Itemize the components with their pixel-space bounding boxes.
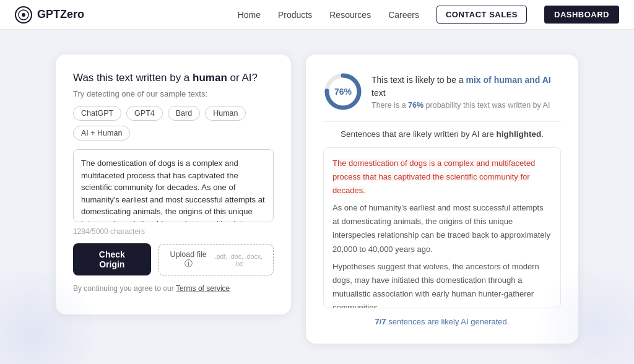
result-footer: 7/7 sentences are likely AI generated.	[323, 317, 561, 326]
chip-gpt4[interactable]: GPT4	[126, 106, 163, 121]
card-title: Was this text written by a human or AI?	[73, 72, 274, 84]
terms-link[interactable]: Terms of service	[176, 284, 230, 293]
divider	[323, 121, 561, 122]
logo-icon	[15, 6, 32, 24]
title-prefix: Was this text written by a	[73, 72, 193, 84]
sentence-label: Sentences that are likely written by AI …	[323, 129, 561, 139]
result-card: 76% This text is likely to be a mix of h…	[306, 54, 578, 344]
mix-highlight: mix of human and AI	[466, 75, 551, 85]
highlighted-text-block[interactable]: The domestication of dogs is a complex a…	[323, 147, 561, 308]
donut-label: 76%	[334, 87, 352, 97]
text-input[interactable]	[73, 149, 274, 222]
sentence: The domestication of dogs is a complex a…	[332, 157, 552, 197]
logo-text: GPTZero	[37, 8, 84, 21]
navbar: GPTZero Home Products Resources Careers …	[0, 0, 634, 30]
chip-ai-human[interactable]: AI + Human	[73, 126, 130, 141]
chip-bard[interactable]: Bard	[168, 106, 200, 121]
result-sub-text: There is a 76% probability this text was…	[371, 101, 561, 110]
upload-file-button[interactable]: Upload file ⓘ .pdf, .doc, .docx, .txt	[158, 244, 274, 275]
svg-point-2	[22, 13, 25, 17]
result-text-block: This text is likely to be a mix of human…	[371, 74, 561, 110]
ai-sentence: The domestication of dogs is a complex a…	[332, 158, 535, 195]
result-header: 76% This text is likely to be a mix of h…	[323, 72, 561, 111]
donut-chart: 76%	[323, 72, 363, 111]
card-actions: Check Origin Upload file ⓘ .pdf, .doc, .…	[73, 243, 274, 275]
title-suffix: or AI?	[227, 72, 258, 84]
logo[interactable]: GPTZero	[15, 6, 84, 24]
nav-products[interactable]: Products	[278, 10, 312, 20]
result-main-text: This text is likely to be a mix of human…	[371, 74, 561, 100]
dashboard-button[interactable]: DASHBOARD	[544, 6, 619, 24]
main-content: Was this text written by a human or AI? …	[0, 30, 634, 364]
highlighted-label: highlighted	[496, 129, 541, 139]
upload-formats: .pdf, .doc, .docx, .txt	[213, 253, 264, 267]
chip-chatgpt[interactable]: ChatGPT	[73, 106, 121, 121]
title-bold: human	[193, 72, 227, 84]
nav-home[interactable]: Home	[238, 10, 261, 20]
chip-human[interactable]: Human	[205, 106, 246, 121]
sentence: Hypotheses suggest that wolves, the ance…	[332, 260, 552, 308]
nav-careers[interactable]: Careers	[388, 10, 419, 20]
contact-sales-button[interactable]: CONTACT SALES	[436, 6, 527, 24]
nav-links: Home Products Resources Careers CONTACT …	[238, 6, 619, 24]
check-origin-button[interactable]: Check Origin	[73, 243, 151, 275]
char-count: 1284/5000 characters	[73, 227, 274, 236]
sentence: As one of humanity's earliest and most s…	[332, 201, 552, 256]
sample-chips: ChatGPT GPT4 Bard Human AI + Human	[73, 106, 274, 141]
card-subtitle: Try detecting one of our sample texts:	[73, 89, 274, 98]
footer-text: sentences are likely AI generated.	[386, 317, 510, 326]
nav-resources[interactable]: Resources	[329, 10, 371, 20]
input-card: Was this text written by a human or AI? …	[56, 54, 291, 314]
terms-text: By continuing you agree to our Terms of …	[73, 284, 274, 293]
footer-count: 7/7	[375, 317, 386, 326]
pct-highlight: 76%	[408, 101, 423, 110]
upload-label: Upload file ⓘ	[168, 250, 209, 269]
